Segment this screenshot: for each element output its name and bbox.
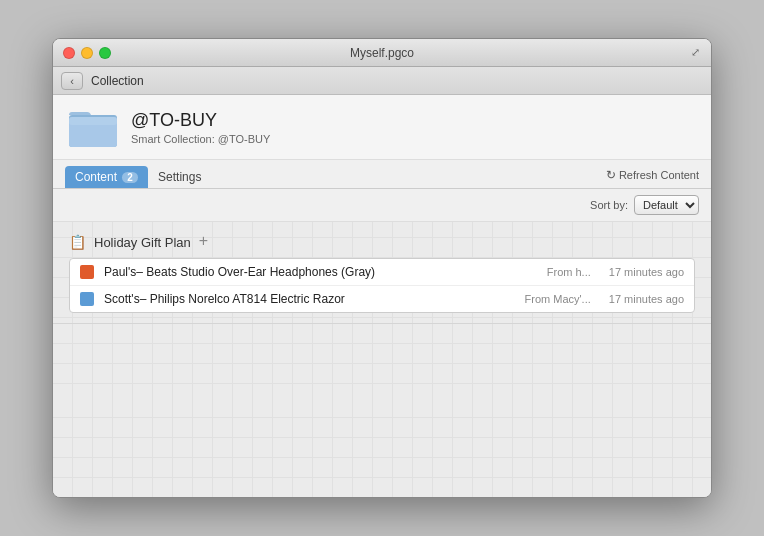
navbar: ‹ Collection	[53, 67, 711, 95]
tab-content-badge: 2	[122, 172, 138, 183]
main-window: Myself.pgco ⤢ ‹ Collection @TO-BUY	[52, 38, 712, 498]
refresh-icon: ↻	[606, 168, 616, 182]
maximize-button[interactable]	[99, 47, 111, 59]
item-title: Paul's– Beats Studio Over-Ear Headphones…	[104, 265, 537, 279]
titlebar: Myself.pgco ⤢	[53, 39, 711, 67]
tab-settings[interactable]: Settings	[148, 166, 211, 188]
traffic-lights	[53, 47, 111, 59]
content-inner: 📋 Holiday Gift Plan + Paul's– Beats Stud…	[53, 222, 711, 323]
sort-select[interactable]: Default Name Date Type	[634, 195, 699, 215]
collection-name: @TO-BUY	[131, 110, 270, 131]
item-time: 17 minutes ago	[609, 293, 684, 305]
item-time: 17 minutes ago	[609, 266, 684, 278]
back-button[interactable]: ‹	[61, 72, 83, 90]
tabs-bar: Content 2 Settings ↻ Refresh Content	[53, 160, 711, 189]
bottom-empty-area	[53, 323, 711, 403]
tab-settings-label: Settings	[158, 170, 201, 184]
minimize-button[interactable]	[81, 47, 93, 59]
collection-subtitle: Smart Collection: @TO-BUY	[131, 133, 270, 145]
expand-icon[interactable]: ⤢	[687, 45, 703, 61]
collection-header: @TO-BUY Smart Collection: @TO-BUY	[53, 95, 711, 160]
item-list: Paul's– Beats Studio Over-Ear Headphones…	[69, 258, 695, 313]
folder-icon	[69, 107, 117, 147]
tab-content-label: Content	[75, 170, 117, 184]
breadcrumb: Collection	[91, 74, 144, 88]
sort-label: Sort by:	[590, 199, 628, 211]
item-from: From h...	[547, 266, 591, 278]
list-item[interactable]: Paul's– Beats Studio Over-Ear Headphones…	[70, 259, 694, 286]
group-header: 📋 Holiday Gift Plan +	[69, 232, 695, 252]
svg-rect-2	[69, 117, 117, 125]
group-title: Holiday Gift Plan	[94, 235, 191, 250]
refresh-button[interactable]: ↻ Refresh Content	[606, 168, 699, 186]
item-from: From Macy'...	[525, 293, 591, 305]
tab-content[interactable]: Content 2	[65, 166, 148, 188]
group-icon: 📋	[69, 234, 86, 250]
item-title: Scott's– Philips Norelco AT814 Electric …	[104, 292, 515, 306]
item-color-dot	[80, 265, 94, 279]
add-item-button[interactable]: +	[199, 233, 208, 249]
sort-bar: Sort by: Default Name Date Type	[53, 189, 711, 222]
window-title: Myself.pgco	[350, 46, 414, 60]
list-item[interactable]: Scott's– Philips Norelco AT814 Electric …	[70, 286, 694, 312]
refresh-label: Refresh Content	[619, 169, 699, 181]
close-button[interactable]	[63, 47, 75, 59]
item-color-dot	[80, 292, 94, 306]
collection-info: @TO-BUY Smart Collection: @TO-BUY	[131, 110, 270, 145]
content-area: 📋 Holiday Gift Plan + Paul's– Beats Stud…	[53, 222, 711, 497]
